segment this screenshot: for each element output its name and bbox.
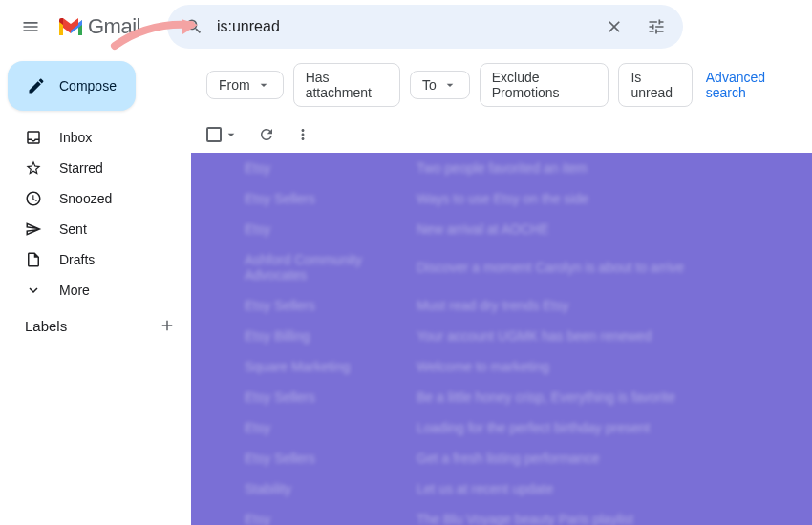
- inbox-icon: [25, 129, 42, 146]
- message-subject: Must read dry trends Etsy: [417, 298, 797, 313]
- message-sender: Etsy Sellers: [245, 191, 397, 206]
- plus-icon: [159, 317, 176, 334]
- message-row[interactable]: Etsy SellersWays to use Etsy on the side: [191, 183, 812, 214]
- sidebar-item-label: Inbox: [59, 130, 92, 145]
- caret-down-icon: [442, 77, 458, 93]
- refresh-icon: [258, 126, 275, 143]
- message-subject: The Blu Voyage beauty Paris playlist: [417, 512, 797, 525]
- sidebar-item-label: Starred: [59, 160, 103, 176]
- filter-chip-from[interactable]: From: [206, 71, 284, 99]
- filter-chip-exclude-promotions[interactable]: Exclude Promotions: [480, 63, 609, 107]
- message-subject: Get a fresh listing performance: [417, 451, 797, 466]
- sidebar-item-label: More: [59, 283, 90, 298]
- caret-down-icon: [224, 127, 239, 142]
- message-sender: Etsy: [245, 420, 397, 435]
- search-input[interactable]: [217, 18, 591, 35]
- advanced-search-link[interactable]: Advanced search: [706, 70, 797, 100]
- message-subject: Two people favorited an item: [417, 160, 797, 176]
- clear-search-button[interactable]: [595, 8, 633, 46]
- sidebar-item-starred[interactable]: Starred: [0, 153, 191, 183]
- chip-label: Has attachment: [306, 70, 388, 100]
- sidebar-item-label: Drafts: [59, 252, 95, 267]
- file-icon: [25, 251, 42, 268]
- message-row[interactable]: EtsyThe Blu Voyage beauty Paris playlist: [191, 504, 812, 525]
- labels-header: Labels: [0, 305, 191, 342]
- message-subject: Let us at recent update: [417, 481, 797, 496]
- message-sender: Stability: [245, 481, 397, 496]
- message-sender: Etsy Billing: [245, 328, 397, 344]
- sidebar-item-inbox[interactable]: Inbox: [0, 122, 191, 153]
- star-icon: [25, 159, 42, 177]
- chip-label: Exclude Promotions: [492, 70, 597, 100]
- hamburger-icon: [21, 17, 40, 36]
- filter-chips-row: FromHas attachmentToExclude PromotionsIs…: [191, 53, 812, 116]
- message-subject: Discover a moment Carolyn is about to ar…: [417, 260, 797, 275]
- gmail-logo[interactable]: Gmail: [57, 14, 140, 39]
- message-row[interactable]: Ashford Community AdvocatesDiscover a mo…: [191, 244, 812, 290]
- message-row[interactable]: Etsy SellersMust read dry trends Etsy: [191, 290, 812, 321]
- message-row[interactable]: Etsy BillingYour account UGMK has been r…: [191, 321, 812, 351]
- send-icon: [25, 220, 42, 238]
- message-row[interactable]: EtsyLoading for the perfect birthday pre…: [191, 412, 812, 443]
- message-subject: Ways to use Etsy on the side: [417, 191, 797, 206]
- gmail-icon: [57, 16, 84, 37]
- message-row[interactable]: Etsy SellersGet a fresh listing performa…: [191, 443, 812, 473]
- sidebar-item-sent[interactable]: Sent: [0, 214, 191, 244]
- sidebar-item-snoozed[interactable]: Snoozed: [0, 183, 191, 214]
- message-row[interactable]: Square MarketingWelcome to marketing: [191, 351, 812, 382]
- message-row[interactable]: Etsy SellersBe a little honey crisp, Eve…: [191, 382, 812, 412]
- more-vert-icon: [294, 126, 311, 143]
- message-sender: Etsy Sellers: [245, 389, 397, 405]
- message-sender: Etsy Sellers: [245, 298, 397, 313]
- toolbar: [191, 116, 812, 153]
- close-icon: [605, 17, 624, 36]
- chip-label: Is unread: [630, 70, 679, 100]
- caret-down-icon: [256, 77, 271, 93]
- tune-icon: [647, 17, 666, 36]
- select-all[interactable]: [206, 127, 239, 142]
- message-sender: Etsy: [245, 512, 397, 525]
- sidebar: Compose InboxStarredSnoozedSentDraftsMor…: [0, 53, 191, 525]
- sidebar-item-label: Snoozed: [59, 191, 112, 206]
- chip-label: From: [219, 77, 250, 93]
- message-subject: Be a little honey crisp, Everything is f…: [417, 389, 797, 405]
- chip-label: To: [422, 77, 437, 93]
- clock-icon: [25, 190, 42, 207]
- add-label-button[interactable]: [159, 317, 176, 334]
- message-subject: New arrival at AOCHE: [417, 221, 797, 237]
- search-button[interactable]: [175, 8, 213, 46]
- message-row[interactable]: EtsyTwo people favorited an item: [191, 153, 812, 183]
- refresh-button[interactable]: [258, 126, 275, 143]
- more-button[interactable]: [294, 126, 311, 143]
- main-content: FromHas attachmentToExclude PromotionsIs…: [191, 53, 812, 525]
- filter-chip-to[interactable]: To: [410, 71, 470, 99]
- message-subject: Welcome to marketing: [417, 359, 797, 374]
- message-sender: Etsy: [245, 160, 397, 176]
- search-icon: [184, 17, 203, 36]
- sidebar-item-drafts[interactable]: Drafts: [0, 244, 191, 275]
- sidebar-item-more[interactable]: More: [0, 275, 191, 305]
- filter-chip-has-attachment[interactable]: Has attachment: [293, 63, 400, 107]
- message-sender: Etsy Sellers: [245, 451, 397, 466]
- message-list: EtsyTwo people favorited an itemEtsy Sel…: [191, 153, 812, 525]
- chevron-down-icon: [25, 282, 42, 299]
- message-subject: Loading for the perfect birthday present: [417, 420, 797, 435]
- filter-chip-is-unread[interactable]: Is unread: [618, 63, 692, 107]
- logo-text: Gmail: [88, 14, 140, 39]
- message-subject: Your account UGMK has been renewed: [417, 328, 797, 344]
- compose-label: Compose: [59, 78, 117, 94]
- message-row[interactable]: StabilityLet us at recent update: [191, 473, 812, 504]
- message-sender: Etsy: [245, 221, 397, 237]
- main-menu-button[interactable]: [11, 8, 50, 46]
- sidebar-item-label: Sent: [59, 221, 87, 237]
- message-sender: Ashford Community Advocates: [245, 252, 397, 283]
- search-bar[interactable]: [167, 5, 683, 49]
- message-sender: Square Marketing: [245, 359, 397, 374]
- compose-button[interactable]: Compose: [8, 61, 136, 111]
- message-row[interactable]: EtsyNew arrival at AOCHE: [191, 214, 812, 244]
- pencil-icon: [27, 76, 46, 95]
- select-all-checkbox[interactable]: [206, 127, 222, 142]
- search-options-button[interactable]: [637, 8, 675, 46]
